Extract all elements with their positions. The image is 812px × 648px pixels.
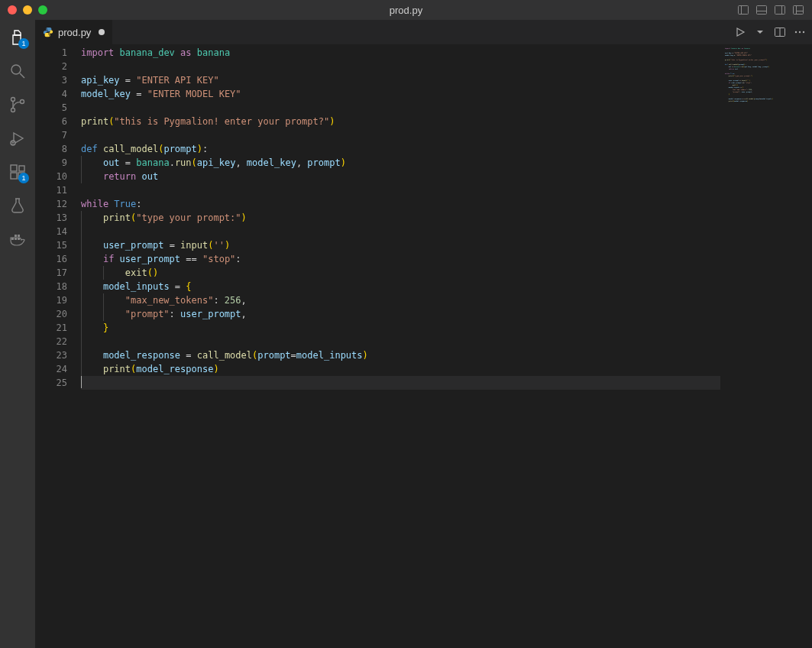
svg-rect-0 xyxy=(739,6,749,15)
code-line[interactable] xyxy=(81,128,720,142)
run-debug-icon[interactable] xyxy=(8,128,27,148)
source-control-icon[interactable] xyxy=(8,95,27,115)
code-line[interactable]: print(model_response) xyxy=(81,362,720,376)
code-line[interactable]: "max_new_tokens": 256, xyxy=(81,293,720,307)
toggle-primary-sidebar-icon[interactable] xyxy=(737,4,749,16)
line-number-gutter[interactable]: 1234567891011121314151617181920212223242… xyxy=(35,44,81,648)
line-number[interactable]: 19 xyxy=(35,293,67,307)
line-number[interactable]: 8 xyxy=(35,142,67,156)
line-number[interactable]: 20 xyxy=(35,307,67,321)
line-number[interactable]: 17 xyxy=(35,266,67,280)
code-line[interactable] xyxy=(81,183,720,197)
code-line[interactable]: if user_prompt == "stop": xyxy=(81,252,720,266)
line-number[interactable]: 11 xyxy=(35,183,67,197)
more-actions-icon[interactable] xyxy=(794,26,806,38)
line-number[interactable]: 2 xyxy=(35,60,67,73)
code-line[interactable]: out = banana.run(api_key, model_key, pro… xyxy=(81,156,720,170)
testing-icon[interactable] xyxy=(8,196,27,215)
code-line[interactable]: "prompt": user_prompt, xyxy=(81,307,720,321)
line-number[interactable]: 10 xyxy=(35,170,67,183)
svg-point-12 xyxy=(11,109,15,112)
svg-point-9 xyxy=(11,65,21,74)
svg-rect-15 xyxy=(11,165,17,171)
toggle-secondary-sidebar-icon[interactable] xyxy=(774,4,786,16)
line-number[interactable]: 21 xyxy=(35,321,67,335)
line-number[interactable]: 7 xyxy=(35,128,67,142)
main-area: 1 1 prod.py xyxy=(0,20,812,648)
toggle-panel-icon[interactable] xyxy=(755,4,768,16)
line-number[interactable]: 15 xyxy=(35,238,67,252)
close-window-button[interactable] xyxy=(8,5,17,15)
code-line[interactable] xyxy=(81,60,720,73)
line-number[interactable]: 23 xyxy=(35,348,67,362)
minimap[interactable]: import banana_dev as bananaapi_key = "EN… xyxy=(720,44,812,648)
window-title: prod.py xyxy=(390,5,422,16)
line-number[interactable]: 12 xyxy=(35,197,67,211)
indent-guide xyxy=(81,238,82,252)
code-content[interactable]: import banana_dev as bananaapi_key = "EN… xyxy=(81,44,720,648)
line-number[interactable]: 25 xyxy=(35,376,67,390)
indent-guide xyxy=(103,307,104,321)
run-file-icon[interactable] xyxy=(734,26,746,38)
extensions-icon[interactable]: 1 xyxy=(8,162,27,182)
line-number[interactable]: 9 xyxy=(35,156,67,170)
line-number[interactable]: 24 xyxy=(35,362,67,376)
code-line[interactable]: import banana_dev as banana xyxy=(81,46,720,60)
customize-layout-icon[interactable] xyxy=(792,4,804,16)
indent-guide xyxy=(81,252,82,266)
svg-rect-16 xyxy=(11,173,17,179)
line-number[interactable]: 3 xyxy=(35,73,67,87)
indent-guide xyxy=(81,335,82,348)
svg-point-27 xyxy=(799,31,801,33)
code-line[interactable] xyxy=(81,376,720,390)
code-line[interactable] xyxy=(81,101,720,115)
tab-bar[interactable]: prod.py xyxy=(35,20,812,44)
docker-icon[interactable] xyxy=(8,229,27,249)
indent-guide xyxy=(103,266,104,280)
indent-guide xyxy=(81,307,82,321)
code-line[interactable]: model_response = call_model(prompt=model… xyxy=(81,348,720,362)
svg-rect-4 xyxy=(775,6,785,15)
tab-prod-py[interactable]: prod.py xyxy=(35,20,113,44)
line-number[interactable]: 4 xyxy=(35,87,67,101)
code-line[interactable]: user_prompt = input('') xyxy=(81,238,720,252)
search-icon[interactable] xyxy=(8,61,27,81)
maximize-window-button[interactable] xyxy=(38,5,47,15)
svg-line-10 xyxy=(20,73,24,78)
svg-rect-2 xyxy=(757,6,767,15)
svg-point-11 xyxy=(11,98,15,102)
line-number[interactable]: 1 xyxy=(35,46,67,60)
code-line[interactable]: exit() xyxy=(81,266,720,280)
code-line[interactable]: } xyxy=(81,321,720,335)
code-line[interactable]: model_inputs = { xyxy=(81,280,720,293)
line-number[interactable]: 5 xyxy=(35,101,67,115)
code-line[interactable]: print("type your prompt:") xyxy=(81,211,720,225)
indent-guide xyxy=(81,225,82,238)
indent-guide xyxy=(81,348,82,362)
line-number[interactable]: 6 xyxy=(35,115,67,128)
line-number[interactable]: 22 xyxy=(35,335,67,348)
split-editor-icon[interactable] xyxy=(774,26,786,38)
code-line[interactable] xyxy=(81,335,720,348)
indent-guide xyxy=(103,293,104,307)
line-number[interactable]: 14 xyxy=(35,225,67,238)
line-number[interactable]: 18 xyxy=(35,280,67,293)
code-line[interactable]: model_key = "ENTER MODEL KEY" xyxy=(81,87,720,101)
editor-pane[interactable]: 1234567891011121314151617181920212223242… xyxy=(35,44,812,648)
line-number[interactable]: 13 xyxy=(35,211,67,225)
indent-guide xyxy=(81,321,82,335)
explorer-icon[interactable]: 1 xyxy=(8,28,27,47)
line-number[interactable]: 16 xyxy=(35,252,67,266)
code-line[interactable] xyxy=(81,225,720,238)
code-line[interactable]: api_key = "ENTER API KEY" xyxy=(81,73,720,87)
code-line[interactable]: return out xyxy=(81,170,720,183)
code-line[interactable]: while True: xyxy=(81,197,720,211)
editor-area: prod.py 12345678910111213141516171819202… xyxy=(35,20,812,648)
svg-point-13 xyxy=(21,100,24,104)
indent-guide xyxy=(81,362,82,376)
editor-actions xyxy=(734,20,806,44)
code-line[interactable]: print("this is Pygmalion! enter your pro… xyxy=(81,115,720,128)
code-line[interactable]: def call_model(prompt): xyxy=(81,142,720,156)
minimize-window-button[interactable] xyxy=(23,5,32,15)
run-dropdown-icon[interactable] xyxy=(754,26,766,38)
